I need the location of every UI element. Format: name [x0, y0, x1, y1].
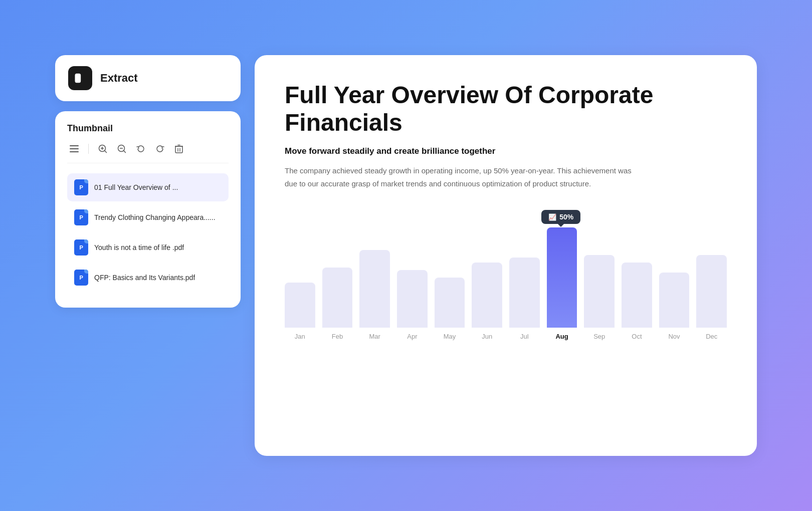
bar-month-label: Mar: [369, 333, 380, 340]
file-type-icon: P: [74, 270, 88, 286]
zoom-out-button[interactable]: [115, 142, 129, 156]
extract-icon: [68, 66, 92, 90]
file-item[interactable]: PQFP: Basics and Its Variants.pdf: [67, 264, 229, 292]
file-type-icon: P: [74, 179, 88, 195]
file-item[interactable]: PYouth is not a time of life .pdf: [67, 233, 229, 262]
menu-icon-button[interactable]: [67, 142, 81, 156]
bar[interactable]: [622, 263, 652, 328]
active-bar[interactable]: [547, 227, 577, 328]
svg-line-9: [124, 151, 126, 153]
toolbar-divider: [88, 144, 89, 154]
bar-column: Oct: [622, 263, 652, 340]
bar-month-label: Oct: [632, 333, 642, 340]
svg-rect-0: [70, 145, 79, 146]
file-item[interactable]: PTrendy Clothing Changing Appeara......: [67, 203, 229, 231]
bar-column: Dec: [696, 255, 727, 340]
extract-card[interactable]: Extract: [55, 55, 241, 101]
svg-rect-2: [70, 151, 79, 152]
delete-button[interactable]: [172, 142, 186, 156]
document-title: Full Year Overview Of Corporate Financia…: [285, 81, 727, 136]
bar[interactable]: [322, 268, 353, 328]
bar-month-label: Jun: [482, 333, 492, 340]
bar[interactable]: [397, 270, 428, 328]
bar-month-label: Jan: [295, 333, 305, 340]
bar-column: Feb: [322, 268, 353, 340]
bar-column: Mar: [359, 250, 390, 340]
tooltip-percent: 50%: [559, 213, 573, 221]
rotate-right-button[interactable]: [153, 142, 167, 156]
zoom-in-button[interactable]: [96, 142, 110, 156]
bar-month-label: Feb: [332, 333, 343, 340]
bar-month-label: May: [444, 333, 456, 340]
bar[interactable]: [584, 255, 615, 328]
bar[interactable]: [435, 278, 465, 328]
toolbar: [67, 142, 229, 163]
thumbnail-title: Thumbnail: [67, 123, 229, 134]
bar-column: Apr: [397, 270, 428, 340]
bar-column: Aug: [547, 227, 577, 340]
file-type-icon: P: [74, 239, 88, 256]
bar-month-label: Apr: [407, 333, 417, 340]
rotate-left-button[interactable]: [134, 142, 148, 156]
bar-month-label: Aug: [555, 333, 568, 340]
bar-column: Jun: [472, 263, 502, 340]
bar-month-label: Nov: [668, 333, 680, 340]
bar-column: Nov: [659, 273, 690, 340]
left-panel: Extract Thumbnail: [55, 55, 241, 308]
svg-rect-10: [175, 146, 182, 153]
bar-month-label: Dec: [706, 333, 717, 340]
bar-column: Jan: [285, 283, 315, 340]
bar-month-label: Jul: [520, 333, 529, 340]
bar-column: May: [435, 278, 465, 340]
bar[interactable]: [285, 283, 315, 328]
svg-line-6: [105, 151, 107, 153]
svg-rect-1: [70, 148, 79, 149]
bar[interactable]: [472, 263, 502, 328]
bar-column: Jul: [509, 258, 540, 340]
bar-column: Sep: [584, 255, 615, 340]
right-panel: Full Year Overview Of Corporate Financia…: [255, 55, 757, 456]
bar[interactable]: [696, 255, 727, 328]
chart-area: JanFebMarAprMayJunJulAugSepOctNovDec 📈50…: [285, 210, 727, 340]
document-subtitle: Move forward steadily and create brillia…: [285, 146, 727, 156]
file-name-label: QFP: Basics and Its Variants.pdf: [94, 274, 195, 282]
file-name-label: Youth is not a time of life .pdf: [94, 243, 184, 251]
file-list: P01 Full Year Overview of ...PTrendy Clo…: [67, 173, 229, 292]
thumbnail-card: Thumbnail: [55, 111, 241, 308]
trend-up-icon: 📈: [548, 213, 556, 221]
extract-svg-icon: [73, 71, 87, 85]
main-container: Extract Thumbnail: [55, 55, 757, 456]
chart-bars: JanFebMarAprMayJunJulAugSepOctNovDec: [285, 210, 727, 340]
bar[interactable]: [659, 273, 690, 328]
bar[interactable]: [509, 258, 540, 328]
file-item[interactable]: P01 Full Year Overview of ...: [67, 173, 229, 201]
document-body: The company achieved steady growth in op…: [285, 164, 636, 190]
bar-month-label: Sep: [593, 333, 605, 340]
file-type-icon: P: [74, 209, 88, 225]
extract-label: Extract: [100, 72, 138, 85]
chart-tooltip: 📈50%: [541, 210, 580, 224]
file-name-label: 01 Full Year Overview of ...: [94, 183, 178, 191]
file-name-label: Trendy Clothing Changing Appeara......: [94, 213, 216, 221]
bar[interactable]: [359, 250, 390, 328]
